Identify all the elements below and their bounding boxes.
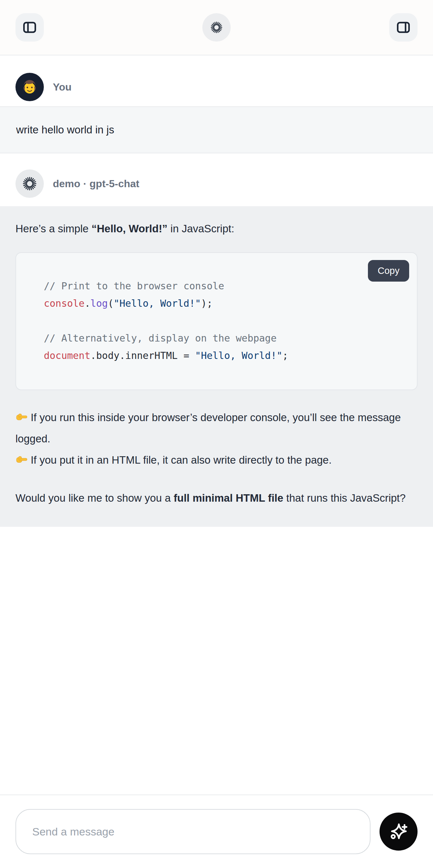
code-content: // Print to the browser consoleconsole.l… bbox=[44, 277, 404, 364]
top-bar bbox=[0, 0, 433, 55]
send-button[interactable] bbox=[379, 813, 417, 850]
panel-right-icon bbox=[396, 20, 411, 35]
user-author-row: You bbox=[0, 73, 433, 101]
user-author-label: You bbox=[53, 81, 71, 93]
assistant-avatar bbox=[16, 169, 44, 198]
assistant-author-label: demo · gpt-5-chat bbox=[53, 178, 139, 190]
copy-button[interactable]: Copy bbox=[368, 260, 409, 282]
message-input[interactable] bbox=[16, 809, 371, 854]
assistant-paragraph: If you run this inside your browser’s de… bbox=[16, 407, 417, 471]
person-emoji-icon bbox=[21, 78, 39, 96]
assistant-message-body: Here’s a simple “Hello, World!” in JavaS… bbox=[0, 206, 433, 527]
code-block: Copy // Print to the browser consolecons… bbox=[16, 252, 417, 390]
assistant-author-row: demo · gpt-5-chat bbox=[0, 169, 433, 198]
user-message-block: You write hello world in js bbox=[0, 55, 433, 153]
user-avatar bbox=[16, 73, 44, 101]
sidebar-toggle-button[interactable] bbox=[16, 13, 44, 41]
starburst-icon bbox=[209, 20, 224, 35]
pointing-right-emoji bbox=[16, 453, 28, 466]
panel-left-icon bbox=[22, 20, 37, 35]
assistant-message-block: demo · gpt-5-chat Here’s a simple “Hello… bbox=[0, 153, 433, 527]
sparkle-icon bbox=[388, 821, 409, 842]
model-status-button[interactable] bbox=[202, 13, 231, 41]
assistant-intro-text: Here’s a simple “Hello, World!” in JavaS… bbox=[16, 222, 417, 236]
starburst-icon bbox=[21, 175, 38, 192]
pointing-right-emoji bbox=[16, 411, 28, 423]
assistant-paragraph: Would you like me to show you a full min… bbox=[16, 488, 417, 509]
chat-scroll-area[interactable] bbox=[0, 527, 433, 795]
composer-bar bbox=[0, 795, 433, 868]
user-message: write hello world in js bbox=[0, 106, 433, 153]
right-panel-toggle-button[interactable] bbox=[389, 13, 417, 41]
user-message-text: write hello world in js bbox=[16, 124, 114, 136]
